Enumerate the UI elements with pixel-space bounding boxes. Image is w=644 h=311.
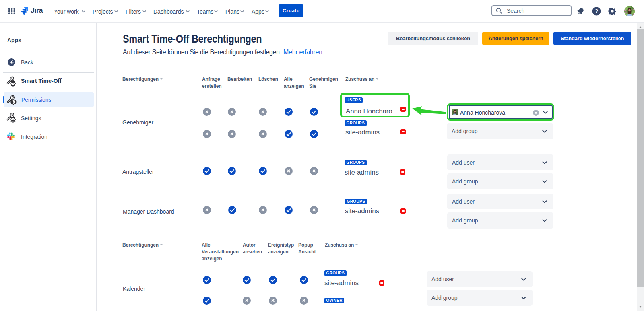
svg-text:?: ?	[595, 8, 599, 14]
